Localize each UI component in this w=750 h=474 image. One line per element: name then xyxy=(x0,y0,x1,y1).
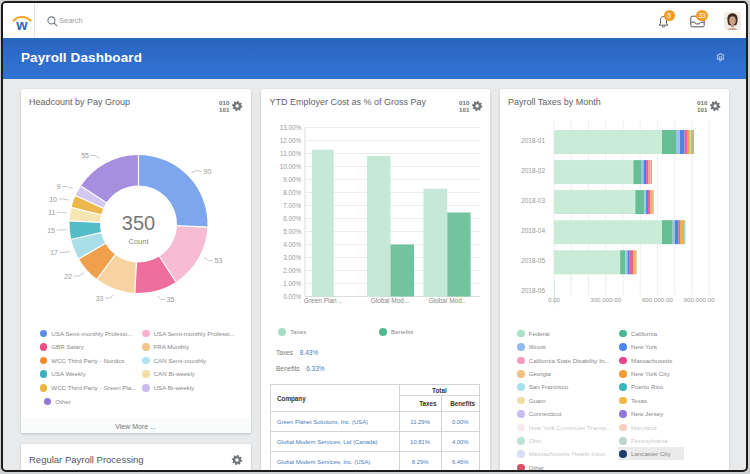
svg-text:7.00%: 7.00% xyxy=(283,202,301,209)
svg-text:55: 55 xyxy=(81,152,89,159)
svg-text:2018-04: 2018-04 xyxy=(521,227,545,234)
svg-text:22: 22 xyxy=(64,273,72,280)
svg-text:2018-05: 2018-05 xyxy=(521,257,545,264)
svg-text:5.00%: 5.00% xyxy=(283,228,301,235)
svg-text:35: 35 xyxy=(166,296,174,303)
svg-text:9.00%: 9.00% xyxy=(283,176,301,183)
svg-text:w: w xyxy=(15,17,28,33)
svg-text:53: 53 xyxy=(214,257,222,264)
svg-text:6.00%: 6.00% xyxy=(283,215,301,222)
svg-text:9: 9 xyxy=(56,183,60,190)
svg-text:Green Plan ..: Green Plan .. xyxy=(304,297,342,304)
svg-text:0.00%: 0.00% xyxy=(283,293,301,300)
svg-text:Count: Count xyxy=(128,237,149,246)
svg-text:17: 17 xyxy=(50,249,58,256)
svg-text:10: 10 xyxy=(49,196,57,203)
svg-text:Global Mod..: Global Mod.. xyxy=(429,297,466,304)
svg-text:350: 350 xyxy=(121,212,154,234)
svg-text:90: 90 xyxy=(203,168,211,175)
svg-text:11.00%: 11.00% xyxy=(280,150,301,157)
svg-text:10.00%: 10.00% xyxy=(280,163,302,170)
svg-text:4.00%: 4.00% xyxy=(283,241,301,248)
svg-text:2018-01: 2018-01 xyxy=(521,137,545,144)
svg-text:11: 11 xyxy=(48,209,55,216)
svg-text:2.00%: 2.00% xyxy=(283,267,301,274)
svg-text:12.00%: 12.00% xyxy=(280,137,302,144)
svg-text:15: 15 xyxy=(47,227,55,234)
svg-text:33: 33 xyxy=(95,295,103,302)
svg-text:8.00%: 8.00% xyxy=(283,189,301,196)
svg-text:300,000.00: 300,000.00 xyxy=(590,296,622,303)
svg-text:2018-02: 2018-02 xyxy=(521,167,545,174)
svg-text:1.00%: 1.00% xyxy=(283,280,301,287)
svg-text:900,000.00: 900,000.00 xyxy=(683,296,715,303)
svg-text:13.00%: 13.00% xyxy=(280,124,302,131)
svg-text:2018-06: 2018-06 xyxy=(521,287,545,294)
svg-text:2018-03: 2018-03 xyxy=(521,197,545,204)
svg-text:600,000.00: 600,000.00 xyxy=(641,296,673,303)
svg-text:3.00%: 3.00% xyxy=(283,254,301,261)
svg-text:Global Mod...: Global Mod... xyxy=(371,297,410,304)
svg-text:0.00: 0.00 xyxy=(547,296,560,303)
